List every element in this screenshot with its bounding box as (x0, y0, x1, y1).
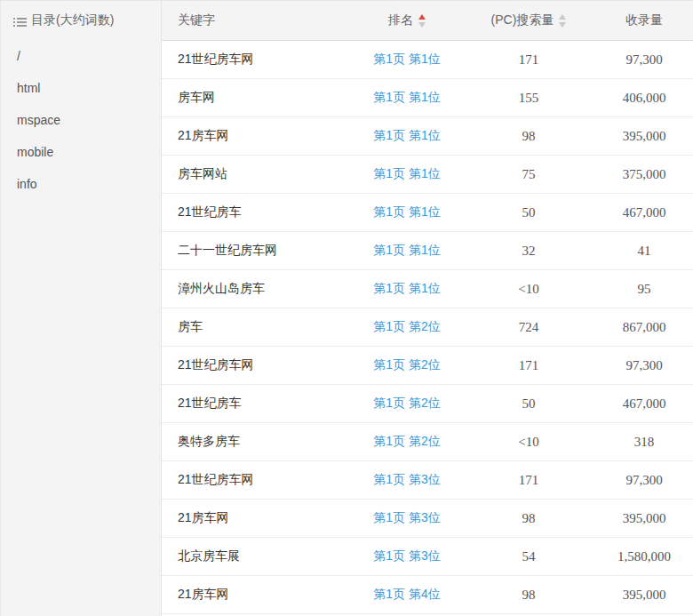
table-row: 房车网站 第1页 第1位 75 375,000 (162, 156, 693, 194)
rank-cell: 第1页 第3位 (352, 510, 462, 526)
table-row: 漳州火山岛房车 第1页 第1位 <10 95 (162, 270, 693, 308)
keyword-cell: 奥特多房车 (162, 434, 352, 450)
rank-cell: 第1页 第3位 (352, 472, 462, 488)
keyword-cell: 房车 (162, 319, 352, 335)
sidebar-title: 目录(大约词数) (31, 12, 114, 28)
keyword-cell: 21世纪房车网 (162, 472, 352, 488)
table-row: 21房车网 第1页 第3位 98 395,000 (162, 500, 693, 538)
rank-link[interactable]: 第1页 第1位 (373, 128, 440, 142)
rank-link[interactable]: 第1页 第1位 (373, 281, 440, 295)
keyword-cell: 21房车网 (162, 128, 352, 144)
rank-link[interactable]: 第1页 第1位 (373, 243, 440, 257)
sidebar-item[interactable]: mobile (1, 136, 161, 168)
rank-sort-control[interactable] (418, 14, 426, 28)
rank-link[interactable]: 第1页 第2位 (373, 396, 440, 410)
indexed-volume-cell: 395,000 (595, 511, 693, 526)
pc-search-volume-cell: <10 (462, 282, 595, 297)
rank-link[interactable]: 第1页 第3位 (373, 510, 440, 524)
indexed-volume-cell: 867,000 (595, 320, 693, 335)
pc-search-volume-cell: 32 (462, 244, 595, 259)
keyword-cell: 房车网 (162, 90, 352, 106)
rank-link[interactable]: 第1页 第4位 (373, 587, 440, 601)
keyword-cell: 21房车网 (162, 510, 352, 526)
pc-search-volume-cell: 171 (462, 52, 595, 68)
keyword-cell: 21房车网 (162, 587, 352, 603)
rank-cell: 第1页 第2位 (352, 434, 462, 450)
pc-search-volume-cell: 50 (462, 205, 595, 220)
table-header-row: 关键字 排名 (PC)搜索量 收录量 (162, 1, 693, 41)
pc-search-volume-cell: 98 (462, 129, 595, 144)
directory-sidebar: 目录(大约词数) /htmlmspacemobileinfo (0, 1, 162, 616)
pc-search-volume-cell: 50 (462, 396, 595, 412)
indexed-volume-cell: 375,000 (595, 167, 693, 182)
rank-link[interactable]: 第1页 第1位 (373, 204, 440, 219)
sidebar-item[interactable]: mspace (1, 104, 161, 136)
list-icon (13, 16, 27, 27)
column-header-pc-search-volume[interactable]: (PC)搜索量 (462, 12, 595, 28)
table-row: 21世纪房车网 第1页 第2位 171 97,300 (162, 347, 693, 385)
pc-search-volume-cell: 98 (462, 588, 595, 603)
rank-link[interactable]: 第1页 第2位 (373, 319, 440, 333)
column-header-indexed-volume-label: 收录量 (625, 12, 663, 28)
indexed-volume-cell: 395,000 (595, 129, 693, 144)
pc-search-volume-cell: 171 (462, 358, 595, 373)
column-header-pc-search-volume-label: (PC)搜索量 (491, 12, 554, 28)
keyword-cell: 21世纪房车 (162, 396, 352, 412)
sort-asc-icon[interactable] (418, 14, 426, 20)
rank-link[interactable]: 第1页 第2位 (373, 434, 440, 448)
rank-cell: 第1页 第3位 (352, 548, 462, 564)
rank-cell: 第1页 第1位 (352, 128, 462, 144)
sidebar-item[interactable]: info (1, 168, 161, 200)
keyword-cell: 北京房车展 (162, 548, 352, 564)
sidebar-item-list: /htmlmspacemobileinfo (1, 40, 161, 200)
rank-cell: 第1页 第1位 (352, 204, 462, 220)
table-row: 21世纪房车 第1页 第1位 50 467,000 (162, 194, 693, 232)
indexed-volume-cell: 95 (595, 282, 693, 297)
rank-link[interactable]: 第1页 第3位 (373, 548, 440, 563)
table-row: 21房车网 第1页 第4位 98 395,000 (162, 576, 693, 614)
pc-search-volume-cell: 155 (462, 91, 595, 106)
rank-cell: 第1页 第2位 (352, 396, 462, 412)
table-row: 房车 第1页 第2位 724 867,000 (162, 308, 693, 347)
indexed-volume-cell: 41 (595, 244, 693, 259)
rank-cell: 第1页 第1位 (352, 243, 462, 259)
table-row: 21世纪房车 第1页 第2位 50 467,000 (162, 385, 693, 423)
indexed-volume-cell: 406,000 (595, 91, 693, 106)
sort-asc-icon[interactable] (559, 14, 566, 20)
rank-link[interactable]: 第1页 第1位 (373, 52, 440, 66)
keyword-cell: 漳州火山岛房车 (162, 281, 352, 297)
rank-link[interactable]: 第1页 第2位 (373, 357, 440, 372)
table-row: 奥特多房车 第1页 第2位 <10 318 (162, 423, 693, 461)
indexed-volume-cell: 467,000 (595, 396, 693, 412)
column-header-keyword-label: 关键字 (178, 12, 215, 28)
rank-cell: 第1页 第4位 (352, 587, 462, 603)
sidebar-item[interactable]: html (1, 72, 161, 104)
sidebar-header: 目录(大约词数) (1, 1, 161, 28)
rank-cell: 第1页 第1位 (352, 281, 462, 297)
pc-search-volume-cell: <10 (462, 435, 595, 450)
rank-link[interactable]: 第1页 第1位 (373, 166, 440, 180)
sidebar-item[interactable]: / (1, 40, 161, 72)
rank-cell: 第1页 第1位 (352, 166, 462, 182)
table-row: 21房车网 第1页 第1位 98 395,000 (162, 117, 693, 156)
rank-link[interactable]: 第1页 第1位 (373, 90, 440, 104)
pc-search-volume-cell: 54 (462, 549, 595, 564)
indexed-volume-cell: 318 (595, 435, 693, 450)
sort-desc-icon[interactable] (559, 22, 566, 28)
rank-cell: 第1页 第2位 (352, 319, 462, 335)
rank-cell: 第1页 第1位 (352, 52, 462, 68)
column-header-rank[interactable]: 排名 (352, 12, 462, 28)
table-row: 二十一世纪房车网 第1页 第1位 32 41 (162, 232, 693, 270)
keyword-cell: 房车网站 (162, 166, 352, 182)
pc-search-volume-cell: 98 (462, 511, 595, 526)
indexed-volume-cell: 97,300 (595, 52, 693, 68)
keyword-table: 关键字 排名 (PC)搜索量 收录量 21世纪房车网 (162, 1, 693, 616)
keyword-cell: 21世纪房车网 (162, 357, 352, 373)
sort-desc-icon[interactable] (418, 22, 426, 28)
table-row: 北京房车展 第1页 第3位 54 1,580,000 (162, 538, 693, 576)
rank-link[interactable]: 第1页 第3位 (373, 472, 440, 486)
keyword-cell: 21世纪房车网 (162, 52, 352, 68)
pc-search-volume-sort-control[interactable] (559, 14, 566, 28)
indexed-volume-cell: 97,300 (595, 473, 693, 488)
keyword-cell: 二十一世纪房车网 (162, 243, 352, 259)
